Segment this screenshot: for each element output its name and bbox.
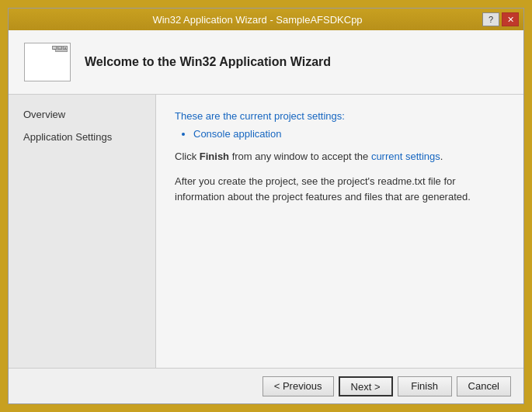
sidebar: Overview Application Settings — [9, 95, 156, 368]
bullet-console-application: Console application — [193, 128, 505, 140]
finish-bold: Finish — [200, 151, 229, 162]
bullet-list: Console application — [193, 128, 505, 140]
title-bar-controls: ? ✕ — [482, 12, 519, 26]
title-bar: Win32 Application Wizard - SampleAFSDKCp… — [9, 9, 523, 30]
window-preview-icon: _ □ x — [24, 43, 71, 81]
settings-header: These are the current project settings: — [175, 110, 505, 122]
close-button[interactable]: ✕ — [502, 12, 519, 26]
icon-buttons: _ □ x — [52, 46, 68, 50]
content-panel: These are the current project settings: … — [156, 95, 523, 368]
icon-close: x — [63, 46, 68, 50]
info-text: After you create the project, see the pr… — [175, 174, 505, 206]
finish-line: Click Finish from any window to accept t… — [175, 149, 505, 164]
footer-area: < Previous Next > Finish Cancel — [9, 368, 523, 403]
wizard-header: _ □ x Welcome to the Win32 Application W… — [9, 30, 523, 95]
finish-button[interactable]: Finish — [398, 376, 452, 396]
next-button[interactable]: Next > — [339, 376, 393, 396]
main-layout: Overview Application Settings These are … — [9, 95, 523, 368]
previous-button[interactable]: < Previous — [263, 376, 334, 396]
wizard-window: Win32 Application Wizard - SampleAFSDKCp… — [8, 8, 524, 404]
icon-minimize: _ — [52, 46, 57, 50]
title-bar-text: Win32 Application Wizard - SampleAFSDKCp… — [33, 14, 482, 26]
current-settings-link: current settings — [371, 151, 440, 162]
sidebar-item-overview[interactable]: Overview — [16, 104, 148, 125]
sidebar-item-application-settings[interactable]: Application Settings — [16, 126, 148, 147]
help-button[interactable]: ? — [482, 12, 499, 26]
wizard-title: Welcome to the Win32 Application Wizard — [85, 55, 331, 69]
cancel-button[interactable]: Cancel — [457, 376, 511, 396]
icon-maximize: □ — [57, 46, 62, 50]
